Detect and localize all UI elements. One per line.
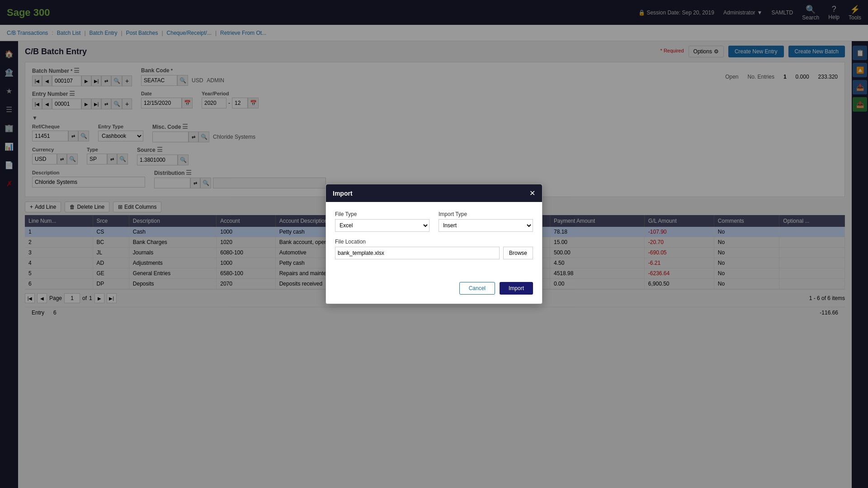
file-location-group: File Location Browse bbox=[335, 239, 533, 259]
browse-button[interactable]: Browse bbox=[503, 247, 533, 259]
file-type-label: File Type bbox=[335, 211, 429, 217]
modal-header: Import ✕ bbox=[326, 184, 542, 202]
import-type-label: Import Type bbox=[439, 211, 533, 217]
file-location-input[interactable] bbox=[335, 247, 500, 259]
file-type-group: File Type Excel CSV XML bbox=[335, 211, 429, 232]
import-type-select[interactable]: Insert Update Delete bbox=[439, 219, 533, 232]
modal-form-row-1: File Type Excel CSV XML Import Type Inse… bbox=[335, 211, 533, 232]
import-modal-overlay: Import ✕ File Type Excel CSV XML Import bbox=[0, 0, 868, 488]
import-button[interactable]: Import bbox=[500, 282, 533, 295]
cancel-button[interactable]: Cancel bbox=[459, 282, 495, 295]
import-type-group: Import Type Insert Update Delete bbox=[439, 211, 533, 232]
modal-footer: Cancel Import bbox=[326, 277, 542, 304]
modal-close-button[interactable]: ✕ bbox=[529, 189, 535, 197]
import-modal: Import ✕ File Type Excel CSV XML Import bbox=[326, 184, 542, 304]
file-location-label: File Location bbox=[335, 239, 366, 245]
file-type-select[interactable]: Excel CSV XML bbox=[335, 219, 429, 232]
modal-title: Import bbox=[333, 190, 353, 197]
modal-body: File Type Excel CSV XML Import Type Inse… bbox=[326, 202, 542, 277]
